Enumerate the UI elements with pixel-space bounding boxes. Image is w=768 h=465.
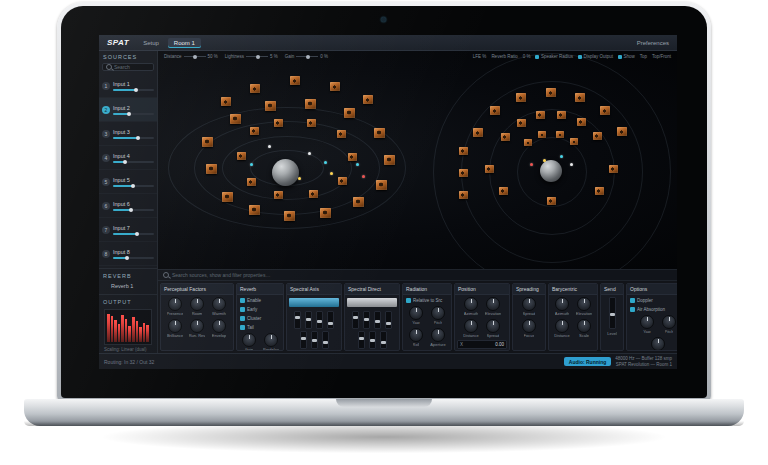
toggle-cluster[interactable]: Cluster <box>239 315 281 322</box>
fader-thumb[interactable] <box>370 339 375 342</box>
slider-thumb[interactable] <box>193 55 197 59</box>
slider-thumb[interactable] <box>123 160 127 164</box>
speaker-icon[interactable] <box>249 205 260 215</box>
viewport-option-show[interactable]: Show <box>618 54 635 59</box>
slider-thumb[interactable] <box>306 55 310 59</box>
knob[interactable] <box>555 319 569 333</box>
mini-fader[interactable] <box>358 331 365 349</box>
fader-thumb[interactable] <box>312 339 317 342</box>
source-row[interactable]: 7Input 7 <box>99 218 157 242</box>
viewport-slider-gain[interactable]: Gain0 % <box>285 54 328 59</box>
fader-thumb[interactable] <box>386 322 391 325</box>
source-dot[interactable] <box>560 155 563 158</box>
speaker-icon[interactable] <box>609 165 618 173</box>
fader-thumb[interactable] <box>353 316 358 319</box>
speaker-icon[interactable] <box>485 165 494 173</box>
mini-fader[interactable] <box>327 311 334 329</box>
reverb-item[interactable]: Reverb 1 <box>99 281 157 292</box>
speaker-icon[interactable] <box>459 169 468 177</box>
toggle-enable[interactable]: Enable <box>239 297 281 304</box>
speaker-icon[interactable] <box>237 152 246 160</box>
slider-thumb[interactable] <box>136 136 140 140</box>
knob[interactable] <box>431 306 445 320</box>
viewport-slider-lightness[interactable]: Lightness5 % <box>225 54 278 59</box>
knob[interactable] <box>486 319 500 333</box>
fader-thumb[interactable] <box>306 318 311 321</box>
source-dot[interactable] <box>362 175 365 178</box>
fader-thumb[interactable] <box>364 318 369 321</box>
speaker-icon[interactable] <box>284 211 295 221</box>
source-dot[interactable] <box>530 163 533 166</box>
knob[interactable] <box>168 319 182 333</box>
knob[interactable] <box>555 297 569 311</box>
audio-status-pill[interactable]: Audio: Running <box>564 357 612 366</box>
speaker-icon[interactable] <box>344 108 355 118</box>
source-dot[interactable] <box>308 152 311 155</box>
knob[interactable] <box>577 297 591 311</box>
speaker-icon[interactable] <box>265 101 276 111</box>
mini-fader[interactable] <box>316 311 323 329</box>
slider-thumb[interactable] <box>131 184 135 188</box>
slider-track[interactable] <box>296 56 318 57</box>
knob[interactable] <box>431 328 445 342</box>
source-level-slider[interactable] <box>113 89 154 91</box>
mini-fader[interactable] <box>380 331 387 349</box>
speaker-icon[interactable] <box>517 119 526 127</box>
source-level-slider[interactable] <box>113 233 154 235</box>
source-row[interactable]: 1Input 1 <box>99 74 157 98</box>
spectral-bar[interactable] <box>289 298 339 307</box>
menu-item-room-1[interactable]: Room 1 <box>168 38 201 48</box>
fader-thumb[interactable] <box>323 341 328 344</box>
fader-thumb[interactable] <box>381 341 386 344</box>
knob[interactable] <box>522 319 536 333</box>
slider-track[interactable] <box>246 56 268 57</box>
speaker-icon[interactable] <box>459 147 468 155</box>
speaker-icon[interactable] <box>376 180 387 190</box>
spectral-bar[interactable] <box>347 298 397 307</box>
source-dot[interactable] <box>324 161 327 164</box>
fader-thumb[interactable] <box>328 322 333 325</box>
mini-fader[interactable] <box>300 331 307 349</box>
mini-fader[interactable] <box>352 311 359 329</box>
viewport-option-display-output[interactable]: Display Output <box>578 54 613 59</box>
source-level-slider[interactable] <box>113 113 154 115</box>
source-row[interactable]: 2Input 2 <box>99 98 157 122</box>
speaker-icon[interactable] <box>593 132 602 140</box>
mini-fader[interactable] <box>374 311 381 329</box>
speaker-icon[interactable] <box>595 187 604 195</box>
mini-fader[interactable] <box>363 311 370 329</box>
speaker-icon[interactable] <box>305 99 316 109</box>
toggle-air-absorption[interactable]: Air Absorption <box>629 306 677 313</box>
speaker-icon[interactable] <box>222 192 233 202</box>
slider-thumb[interactable] <box>135 232 139 236</box>
speaker-icon[interactable] <box>307 119 316 127</box>
preferences-button[interactable]: Preferences <box>637 40 669 46</box>
mini-fader[interactable] <box>322 331 329 349</box>
knob[interactable] <box>486 297 500 311</box>
source-level-slider[interactable] <box>113 209 154 211</box>
slider-thumb[interactable] <box>127 112 131 116</box>
knob[interactable] <box>212 297 226 311</box>
mini-fader[interactable] <box>294 311 301 329</box>
speaker-icon[interactable] <box>536 111 545 119</box>
menu-item-setup[interactable]: Setup <box>137 38 165 48</box>
viewport-option-speaker-radius[interactable]: Speaker Radius <box>535 54 573 59</box>
speaker-icon[interactable] <box>538 131 546 138</box>
speaker-icon[interactable] <box>274 119 283 127</box>
source-dot[interactable] <box>330 172 333 175</box>
speaker-icon[interactable] <box>490 106 500 115</box>
source-dot[interactable] <box>570 163 573 166</box>
output-group-title[interactable]: OUTPUT <box>99 294 157 307</box>
mini-fader[interactable] <box>305 311 312 329</box>
speaker-icon[interactable] <box>202 137 213 147</box>
knob[interactable] <box>409 328 423 342</box>
source-dot[interactable] <box>356 163 359 166</box>
toggle-tail[interactable]: Tail <box>239 324 281 331</box>
slider-thumb[interactable] <box>129 208 133 212</box>
speaker-icon[interactable] <box>501 133 510 141</box>
speaker-icon[interactable] <box>330 82 340 91</box>
speaker-icon[interactable] <box>556 131 564 138</box>
speaker-icon[interactable] <box>247 178 256 186</box>
source-row[interactable]: 4Input 4 <box>99 146 157 170</box>
speaker-icon[interactable] <box>206 164 217 174</box>
